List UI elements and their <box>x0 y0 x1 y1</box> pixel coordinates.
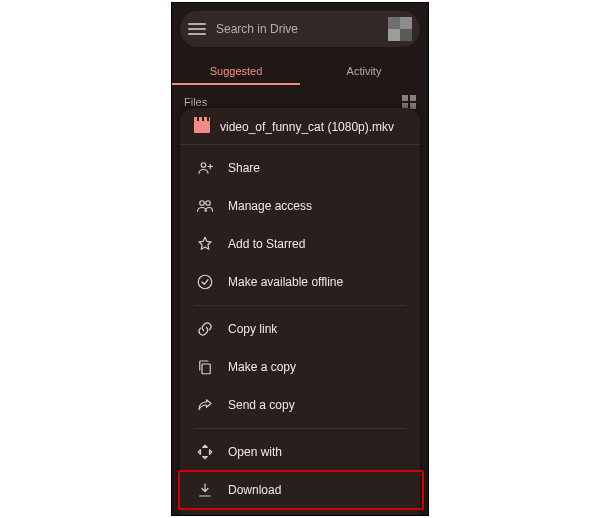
menu-available-offline[interactable]: Make available offline <box>180 263 420 301</box>
phone-frame: Search in Drive Suggested Activity Files… <box>171 2 429 516</box>
account-avatar[interactable] <box>388 17 412 41</box>
svg-point-0 <box>201 163 206 168</box>
svg-rect-4 <box>202 364 210 374</box>
menu-make-copy-label: Make a copy <box>228 360 296 374</box>
menu-rename[interactable]: Rename <box>180 509 420 515</box>
tab-suggested[interactable]: Suggested <box>172 55 300 85</box>
separator <box>194 305 406 306</box>
open-with-icon <box>196 443 214 461</box>
link-icon <box>196 320 214 338</box>
separator <box>194 428 406 429</box>
tabs: Suggested Activity <box>172 55 428 85</box>
menu-manage-access-label: Manage access <box>228 199 312 213</box>
share-arrow-icon <box>196 396 214 414</box>
tab-activity[interactable]: Activity <box>300 55 428 85</box>
menu-add-starred-label: Add to Starred <box>228 237 305 251</box>
menu-add-starred[interactable]: Add to Starred <box>180 225 420 263</box>
files-header-label: Files <box>184 96 207 108</box>
menu-download-label: Download <box>228 483 281 497</box>
person-add-icon <box>196 159 214 177</box>
menu-open-with[interactable]: Open with <box>180 433 420 471</box>
search-placeholder: Search in Drive <box>216 22 388 36</box>
menu-download[interactable]: Download <box>180 471 420 509</box>
people-icon <box>196 197 214 215</box>
sheet-file-name: video_of_funny_cat (1080p).mkv <box>220 120 394 134</box>
menu-icon[interactable] <box>188 23 206 35</box>
menu-manage-access[interactable]: Manage access <box>180 187 420 225</box>
sheet-header: video_of_funny_cat (1080p).mkv <box>180 108 420 145</box>
menu-copy-link[interactable]: Copy link <box>180 310 420 348</box>
menu-send-copy-label: Send a copy <box>228 398 295 412</box>
video-file-icon <box>194 121 210 133</box>
download-icon <box>196 481 214 499</box>
menu-copy-link-label: Copy link <box>228 322 277 336</box>
layout-toggle-icon[interactable] <box>402 95 416 109</box>
star-icon <box>196 235 214 253</box>
menu-send-copy[interactable]: Send a copy <box>180 386 420 424</box>
svg-point-3 <box>198 275 212 289</box>
svg-point-2 <box>206 201 211 206</box>
svg-point-1 <box>200 201 205 206</box>
menu-make-copy[interactable]: Make a copy <box>180 348 420 386</box>
menu-available-offline-label: Make available offline <box>228 275 343 289</box>
search-bar[interactable]: Search in Drive <box>180 11 420 47</box>
menu-share-label: Share <box>228 161 260 175</box>
copy-icon <box>196 358 214 376</box>
sheet-menu: Share Manage access Add to Starred <box>180 145 420 515</box>
menu-share[interactable]: Share <box>180 149 420 187</box>
context-sheet: video_of_funny_cat (1080p).mkv Share Man… <box>180 108 420 515</box>
offline-icon <box>196 273 214 291</box>
menu-open-with-label: Open with <box>228 445 282 459</box>
